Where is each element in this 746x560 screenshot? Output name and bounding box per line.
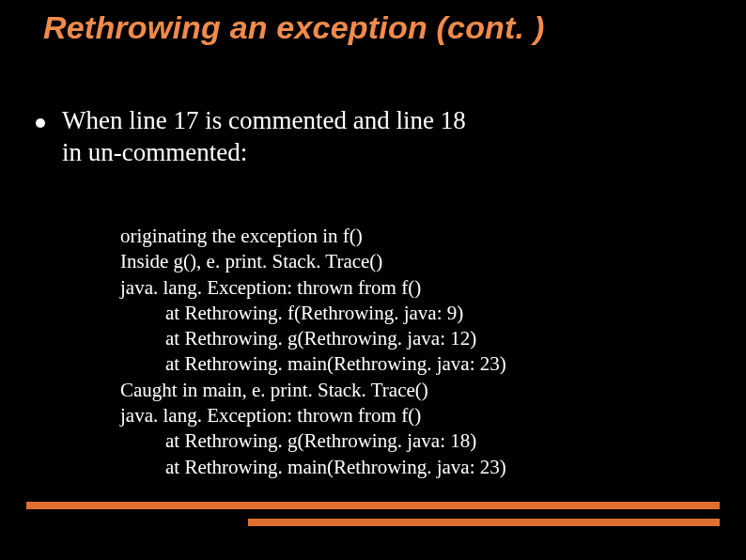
output-line: java. lang. Exception: thrown from f() [120,403,646,428]
slide-title: Rethrowing an exception (cont. ) [43,9,544,46]
output-block: originating the exception in f() Inside … [120,224,646,480]
footer-bar-icon [26,502,720,509]
output-line: Inside g(), e. print. Stack. Trace() [120,249,646,274]
bullet-text: When line 17 is commented and line 18 in… [62,105,466,169]
bullet-line-1: When line 17 is commented and line 18 [62,106,466,134]
output-line: java. lang. Exception: thrown from f() [120,275,646,301]
output-line: at Rethrowing. g(Rethrowing. java: 18) [120,428,646,454]
output-line: at Rethrowing. main(Rethrowing. java: 23… [120,351,646,377]
slide: Rethrowing an exception (cont. ) When li… [0,0,746,560]
output-line: at Rethrowing. main(Rethrowing. java: 23… [120,455,646,480]
bullet-line-2: in un-commented: [62,138,247,166]
footer-bar-icon [248,519,720,526]
bullet-dot-icon [36,118,45,128]
output-line: at Rethrowing. g(Rethrowing. java: 12) [120,326,646,351]
footer-decoration [26,502,720,526]
output-line: at Rethrowing. f(Rethrowing. java: 9) [120,301,646,326]
bullet-item: When line 17 is commented and line 18 in… [36,105,637,169]
output-line: originating the exception in f() [120,224,646,249]
output-line: Caught in main, e. print. Stack. Trace() [120,378,646,403]
